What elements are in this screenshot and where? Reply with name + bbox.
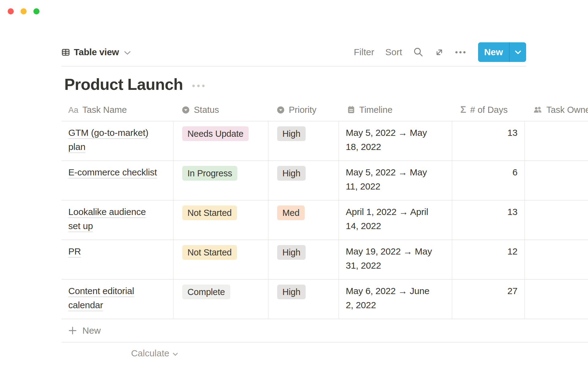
task-name-cell[interactable]: Lookalike audience set up xyxy=(62,201,173,240)
column-header-timeline[interactable]: Timeline xyxy=(338,105,452,115)
timeline-value: May 5, 2022 → May 11, 2022 xyxy=(346,165,435,194)
priority-badge: Med xyxy=(277,205,305,220)
task-owner-cell[interactable] xyxy=(524,201,588,240)
task-name-cell[interactable]: E-commerce checklist xyxy=(62,161,173,200)
column-header-task-name[interactable]: AaTask Name xyxy=(62,105,173,115)
column-header-label: Status xyxy=(194,105,219,115)
calculate-button[interactable]: Calculate xyxy=(62,346,178,361)
table-row: E-commerce checklistIn ProgressHighMay 5… xyxy=(62,161,588,201)
page-title[interactable]: Product Launch xyxy=(64,75,183,94)
column-header-label: Task Owner xyxy=(546,105,588,115)
days-cell[interactable]: 12 xyxy=(452,240,524,279)
toolbar-actions: Filter Sort New xyxy=(354,42,526,62)
timeline-cell[interactable]: May 19, 2022 → May 31, 2022 xyxy=(338,240,452,279)
calculate-label: Calculate xyxy=(131,348,169,358)
priority-badge: High xyxy=(277,245,306,260)
add-row-button[interactable]: New xyxy=(62,319,588,343)
task-owner-cell[interactable] xyxy=(524,121,588,160)
table-row: PRNot StartedHighMay 19, 2022 → May 31, … xyxy=(62,240,588,280)
priority-cell[interactable]: Med xyxy=(268,201,338,240)
status-cell[interactable]: Not Started xyxy=(173,201,268,240)
filter-button[interactable]: Filter xyxy=(354,47,374,57)
timeline-cell[interactable]: May 5, 2022 → May 11, 2022 xyxy=(338,161,452,200)
status-badge: Not Started xyxy=(182,245,237,260)
table-view-icon xyxy=(62,48,70,56)
status-badge: Complete xyxy=(182,285,230,299)
new-button-dropdown[interactable] xyxy=(510,42,526,62)
column-header-label: # of Days xyxy=(470,105,508,115)
select-icon xyxy=(182,106,190,114)
task-name-link[interactable]: Lookalike audience set up xyxy=(68,205,158,233)
task-owner-cell[interactable] xyxy=(524,161,588,200)
minimize-window-button[interactable] xyxy=(21,8,27,14)
table-row: Lookalike audience set upNot StartedMedA… xyxy=(62,201,588,240)
timeline-cell[interactable]: May 5, 2022 → May 18, 2022 xyxy=(338,121,452,160)
select-icon xyxy=(277,106,285,114)
priority-cell[interactable]: High xyxy=(268,161,338,200)
new-button-group: New xyxy=(478,42,526,62)
plus-icon xyxy=(68,326,77,335)
expand-icon[interactable] xyxy=(435,48,444,57)
priority-badge: High xyxy=(277,285,306,299)
timeline-cell[interactable]: April 1, 2022 → April 14, 2022 xyxy=(338,201,452,240)
table-row: Content editorial calendarCompleteHighMa… xyxy=(62,280,588,319)
column-header-label: Task Name xyxy=(82,105,127,115)
column-header--of-days[interactable]: Σ# of Days xyxy=(452,105,524,115)
ellipsis-icon[interactable] xyxy=(455,51,466,54)
column-header-label: Timeline xyxy=(359,105,393,115)
chevron-down-icon xyxy=(515,50,521,54)
sort-button[interactable]: Sort xyxy=(385,47,402,57)
days-cell[interactable]: 13 xyxy=(452,201,524,240)
task-name-link[interactable]: GTM (go-to-market) plan xyxy=(68,126,158,154)
task-name-link[interactable]: E-commerce checklist xyxy=(68,165,157,179)
toolbar: Table view Filter Sort xyxy=(62,42,526,62)
column-header-priority[interactable]: Priority xyxy=(268,105,338,115)
timeline-value: May 5, 2022 → May 18, 2022 xyxy=(346,126,435,154)
title-row: Product Launch xyxy=(64,75,205,94)
status-cell[interactable]: Complete xyxy=(173,280,268,319)
database-table: AaTask NameStatusPriorityTimelineΣ# of D… xyxy=(62,99,588,319)
add-row-label: New xyxy=(82,325,101,336)
status-badge: Needs Update xyxy=(182,126,249,141)
close-window-button[interactable] xyxy=(8,8,14,14)
text-icon: Aa xyxy=(68,105,78,115)
date-icon xyxy=(347,105,355,114)
view-switcher[interactable]: Table view xyxy=(62,47,131,57)
task-name-link[interactable]: Content editorial calendar xyxy=(68,284,158,312)
people-icon xyxy=(533,105,542,114)
task-owner-cell[interactable] xyxy=(524,240,588,279)
timeline-value: April 1, 2022 → April 14, 2022 xyxy=(346,205,435,233)
status-badge: In Progress xyxy=(182,166,237,181)
priority-cell[interactable]: High xyxy=(268,240,338,279)
timeline-cell[interactable]: May 6, 2022 → June 2, 2022 xyxy=(338,280,452,319)
toolbar-divider xyxy=(62,66,526,67)
status-cell[interactable]: Needs Update xyxy=(173,121,268,160)
chevron-down-icon xyxy=(173,353,178,356)
days-cell[interactable]: 6 xyxy=(452,161,524,200)
table-row: GTM (go-to-market) planNeeds UpdateHighM… xyxy=(62,121,588,161)
zoom-window-button[interactable] xyxy=(33,8,40,14)
timeline-value: May 19, 2022 → May 31, 2022 xyxy=(346,244,435,273)
column-header-label: Priority xyxy=(289,105,316,115)
days-cell[interactable]: 13 xyxy=(452,121,524,160)
new-button[interactable]: New xyxy=(478,42,509,62)
status-badge: Not Started xyxy=(182,205,237,220)
status-cell[interactable]: Not Started xyxy=(173,240,268,279)
column-header-status[interactable]: Status xyxy=(173,105,268,115)
task-name-cell[interactable]: GTM (go-to-market) plan xyxy=(62,121,173,160)
priority-cell[interactable]: High xyxy=(268,121,338,160)
priority-badge: High xyxy=(277,166,306,181)
task-name-cell[interactable]: PR xyxy=(62,240,173,279)
title-ellipsis-icon[interactable] xyxy=(192,84,205,87)
column-header-task-owner[interactable]: Task Owner xyxy=(524,105,588,115)
task-name-cell[interactable]: Content editorial calendar xyxy=(62,280,173,319)
priority-cell[interactable]: High xyxy=(268,280,338,319)
search-icon[interactable] xyxy=(413,47,424,57)
view-name-label: Table view xyxy=(74,47,119,57)
days-cell[interactable]: 27 xyxy=(452,280,524,319)
task-owner-cell[interactable] xyxy=(524,280,588,319)
task-name-link[interactable]: PR xyxy=(68,244,81,259)
chevron-down-icon xyxy=(124,51,131,55)
status-cell[interactable]: In Progress xyxy=(173,161,268,200)
window-controls xyxy=(8,8,40,14)
